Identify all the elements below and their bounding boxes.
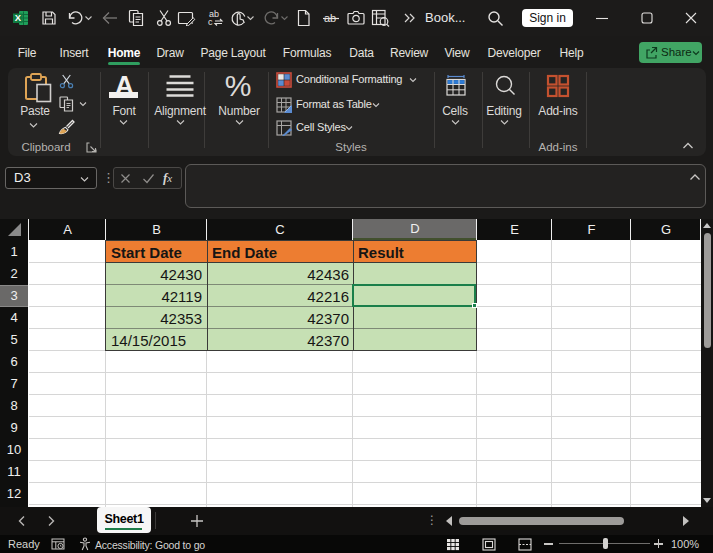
svg-text:c: c <box>208 17 213 27</box>
svg-text:X: X <box>15 12 22 23</box>
